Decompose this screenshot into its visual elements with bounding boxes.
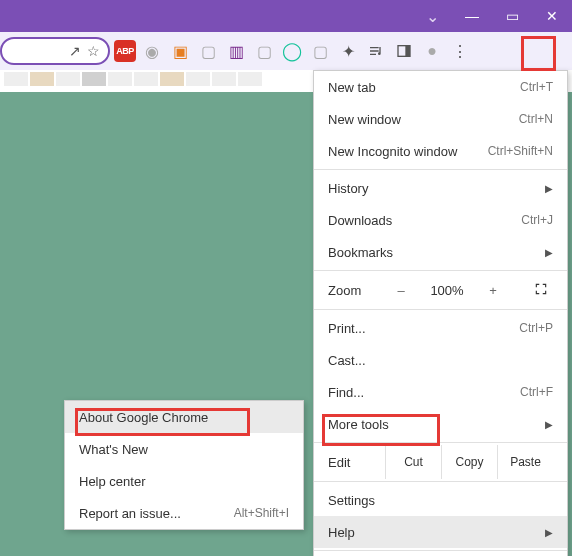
tab-dropdown-icon[interactable]: ⌄ — [412, 0, 452, 32]
svg-rect-1 — [405, 46, 410, 57]
menu-label: Find... — [328, 385, 500, 400]
menu-label: Cast... — [328, 353, 553, 368]
menu-find[interactable]: Find...Ctrl+F — [314, 376, 567, 408]
submenu-arrow-icon: ▶ — [545, 419, 553, 430]
menu-bookmarks[interactable]: Bookmarks▶ — [314, 236, 567, 268]
menu-whats-new[interactable]: What's New — [65, 433, 303, 465]
share-icon[interactable]: ↗ — [69, 43, 81, 59]
fullscreen-button[interactable] — [529, 282, 553, 299]
close-button[interactable]: ✕ — [532, 0, 572, 32]
zoom-out-button[interactable]: – — [389, 283, 413, 298]
bookmark-item[interactable] — [238, 72, 262, 86]
extension-icon[interactable]: ◉ — [140, 39, 164, 63]
maximize-button[interactable]: ▭ — [492, 0, 532, 32]
menu-accelerator: Alt+Shift+I — [234, 506, 289, 520]
menu-new-tab[interactable]: New tabCtrl+T — [314, 71, 567, 103]
menu-label: Help center — [79, 474, 289, 489]
extension-icon[interactable]: ▢ — [196, 39, 220, 63]
menu-label: More tools — [328, 417, 525, 432]
copy-button[interactable]: Copy — [441, 445, 497, 479]
paste-button[interactable]: Paste — [497, 445, 553, 479]
bookmark-item[interactable] — [134, 72, 158, 86]
cut-button[interactable]: Cut — [385, 445, 441, 479]
menu-about-chrome[interactable]: About Google Chrome — [65, 401, 303, 433]
bookmark-item[interactable] — [4, 72, 28, 86]
bookmark-item[interactable] — [82, 72, 106, 86]
menu-label: Downloads — [328, 213, 501, 228]
side-panel-icon[interactable] — [392, 39, 416, 63]
menu-accelerator: Ctrl+F — [520, 385, 553, 399]
zoom-label: Zoom — [328, 283, 377, 298]
menu-edit-row: Edit Cut Copy Paste — [314, 445, 567, 479]
zoom-in-button[interactable]: + — [481, 283, 505, 298]
menu-help-center[interactable]: Help center — [65, 465, 303, 497]
menu-more-tools[interactable]: More tools▶ — [314, 408, 567, 440]
extension-icon[interactable]: ▣ — [168, 39, 192, 63]
chrome-main-menu: New tabCtrl+T New windowCtrl+N New Incog… — [313, 70, 568, 556]
menu-cast[interactable]: Cast... — [314, 344, 567, 376]
bookmark-item[interactable] — [212, 72, 236, 86]
menu-accelerator: Ctrl+J — [521, 213, 553, 227]
menu-label: Settings — [328, 493, 553, 508]
extension-icon[interactable]: ▢ — [252, 39, 276, 63]
submenu-arrow-icon: ▶ — [545, 527, 553, 538]
chrome-menu-button[interactable]: ⋮ — [448, 39, 472, 63]
menu-downloads[interactable]: DownloadsCtrl+J — [314, 204, 567, 236]
menu-settings[interactable]: Settings — [314, 484, 567, 516]
profile-avatar[interactable]: ● — [420, 39, 444, 63]
menu-label: New window — [328, 112, 499, 127]
extension-icon[interactable]: ▥ — [224, 39, 248, 63]
menu-label: What's New — [79, 442, 289, 457]
bookmark-item[interactable] — [56, 72, 80, 86]
adblock-extension-icon[interactable]: ABP — [114, 40, 136, 62]
bookmark-star-icon[interactable]: ☆ — [87, 43, 100, 59]
submenu-arrow-icon: ▶ — [545, 247, 553, 258]
submenu-arrow-icon: ▶ — [545, 183, 553, 194]
menu-accelerator: Ctrl+Shift+N — [488, 144, 553, 158]
menu-label: Print... — [328, 321, 499, 336]
menu-label: History — [328, 181, 525, 196]
bookmark-item[interactable] — [160, 72, 184, 86]
menu-label: New Incognito window — [328, 144, 468, 159]
menu-report-issue[interactable]: Report an issue...Alt+Shift+I — [65, 497, 303, 529]
menu-zoom-row: Zoom – 100% + — [314, 273, 567, 307]
list-music-icon — [368, 43, 384, 59]
extensions-puzzle-icon[interactable]: ✦ — [336, 39, 360, 63]
fullscreen-icon — [534, 282, 548, 296]
minimize-button[interactable]: — — [452, 0, 492, 32]
menu-new-window[interactable]: New windowCtrl+N — [314, 103, 567, 135]
extension-placeholder: ▢ — [308, 39, 332, 63]
menu-label: New tab — [328, 80, 500, 95]
reading-list-icon[interactable] — [364, 39, 388, 63]
panel-icon — [396, 43, 412, 59]
menu-accelerator: Ctrl+T — [520, 80, 553, 94]
window-titlebar: ⌄ — ▭ ✕ — [0, 0, 572, 32]
browser-toolbar: ↗ ☆ ABP ◉ ▣ ▢ ▥ ▢ ◯ ▢ ✦ ● ⋮ — [0, 32, 572, 70]
menu-label: About Google Chrome — [79, 410, 289, 425]
menu-help[interactable]: Help▶ — [314, 516, 567, 548]
bookmark-item[interactable] — [30, 72, 54, 86]
menu-accelerator: Ctrl+N — [519, 112, 553, 126]
grammarly-extension-icon[interactable]: ◯ — [280, 39, 304, 63]
bookmark-item[interactable] — [186, 72, 210, 86]
menu-new-incognito[interactable]: New Incognito windowCtrl+Shift+N — [314, 135, 567, 167]
bookmark-item[interactable] — [108, 72, 132, 86]
menu-history[interactable]: History▶ — [314, 172, 567, 204]
menu-accelerator: Ctrl+P — [519, 321, 553, 335]
address-bar[interactable]: ↗ ☆ — [0, 37, 110, 65]
zoom-value: 100% — [425, 283, 469, 298]
help-submenu: About Google Chrome What's New Help cent… — [64, 400, 304, 530]
edit-label: Edit — [328, 455, 385, 470]
menu-label: Help — [328, 525, 525, 540]
menu-label: Bookmarks — [328, 245, 525, 260]
menu-print[interactable]: Print...Ctrl+P — [314, 312, 567, 344]
menu-label: Report an issue... — [79, 506, 214, 521]
